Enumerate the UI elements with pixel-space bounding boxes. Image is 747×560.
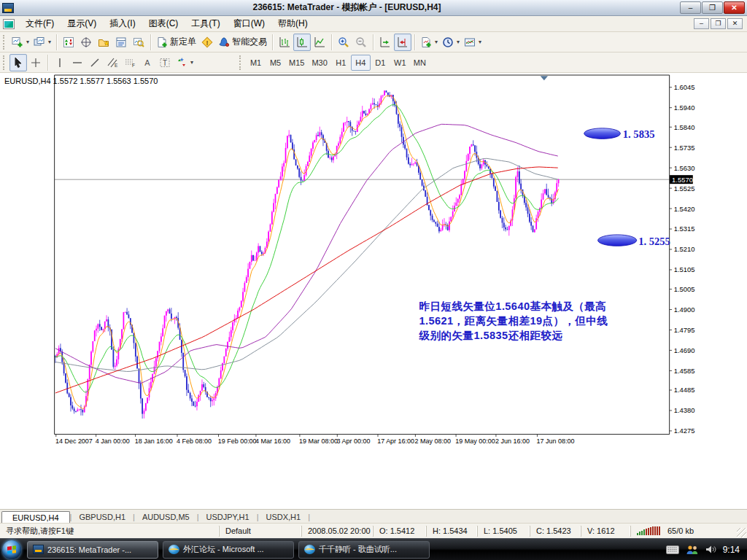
- price-chart[interactable]: 1.60451.59401.58401.57351.56301.55251.54…: [0, 73, 747, 509]
- timeframe-button-m30[interactable]: M30: [308, 55, 330, 71]
- timeframe-button-m15[interactable]: M15: [285, 55, 308, 71]
- strategy-tester-button[interactable]: [130, 34, 147, 51]
- profiles-button[interactable]: ▾: [31, 34, 53, 51]
- svg-text:E: E: [115, 63, 118, 68]
- target-price-label-1[interactable]: 1. 5835: [623, 128, 655, 140]
- indicators-button[interactable]: ▾: [418, 34, 440, 51]
- vertical-line-button[interactable]: [51, 54, 69, 71]
- timeframe-button-m1[interactable]: M1: [246, 55, 266, 71]
- ma-slow-purple: [55, 124, 558, 383]
- fibonacci-button[interactable]: F: [121, 54, 139, 71]
- market-watch-button[interactable]: [60, 34, 77, 51]
- mdi-close-button[interactable]: ✕: [727, 18, 743, 29]
- menu-item-file[interactable]: 文件(F): [19, 15, 61, 32]
- toolbar-grip[interactable]: [3, 35, 7, 50]
- chart-tab-eurusd-h4[interactable]: EURUSD,H4: [1, 511, 70, 524]
- taskbar-button-3[interactable]: 千千静听 - 歌曲试听...: [298, 541, 430, 559]
- toolbar-separator: [56, 34, 57, 50]
- status-profile[interactable]: Default: [219, 526, 301, 537]
- line-chart-button[interactable]: [311, 34, 328, 51]
- data-window-button[interactable]: [77, 34, 95, 51]
- chart-tab-usdjpy-h1[interactable]: USDJPY,H1: [199, 511, 257, 523]
- price-axis[interactable]: 1.60451.59401.58401.57351.56301.55251.54…: [670, 83, 695, 435]
- time-axis[interactable]: 14 Dec 20074 Jan 00:0018 Jan 16:004 Feb …: [55, 435, 575, 445]
- menu-item-charts[interactable]: 图表(C): [142, 15, 185, 32]
- taskbar-button-2[interactable]: 外汇论坛 - Microsoft ...: [163, 541, 294, 559]
- cursor-button[interactable]: [9, 54, 27, 71]
- menu-item-tools[interactable]: 工具(T): [185, 15, 226, 32]
- maximize-button[interactable]: ❐: [702, 1, 723, 14]
- chart-tab-usdx-h1[interactable]: USDX,H1: [259, 511, 309, 523]
- close-button[interactable]: ✕: [724, 1, 745, 14]
- templates-button[interactable]: ▾: [462, 34, 484, 51]
- resize-grip[interactable]: [737, 528, 746, 537]
- svg-text:F: F: [132, 63, 135, 68]
- timeframe-button-d1[interactable]: D1: [371, 55, 390, 71]
- timeframe-button-mn[interactable]: MN: [410, 55, 430, 71]
- toolbar-separator: [150, 34, 151, 50]
- horizontal-line-button[interactable]: [69, 54, 86, 71]
- trendline-button[interactable]: [86, 54, 104, 71]
- zoom-in-button[interactable]: [335, 34, 352, 51]
- mdi-minimize-button[interactable]: –: [694, 18, 709, 29]
- toolbar-separator: [331, 34, 332, 50]
- svg-text:1.5525: 1.5525: [674, 184, 695, 192]
- new-order-icon: [156, 36, 168, 48]
- line-studies-toolbar: E F A T ▾ M1M5M15M: [0, 52, 747, 73]
- target-ellipse-2[interactable]: [598, 235, 637, 246]
- system-tray: 9:14: [666, 545, 747, 555]
- timeframe-button-h4[interactable]: H4: [351, 55, 371, 71]
- messenger-tray-icon[interactable]: [686, 545, 699, 555]
- start-button[interactable]: [2, 540, 21, 559]
- new-chart-button[interactable]: ▾: [9, 34, 31, 51]
- chart-shift-marker[interactable]: [541, 76, 548, 80]
- target-price-label-2[interactable]: 1. 5255: [638, 236, 670, 247]
- dropdown-arrow-icon: ▾: [435, 39, 438, 45]
- crosshair-button[interactable]: [27, 54, 44, 71]
- timeframe-button-h1[interactable]: H1: [331, 55, 351, 71]
- menu-item-insert[interactable]: 插入(I): [103, 15, 142, 32]
- timeframe-button-w1[interactable]: W1: [390, 55, 410, 71]
- status-bar-time: 2008.05.02 20:00: [301, 526, 373, 537]
- metaeditor-button[interactable]: !: [198, 34, 216, 51]
- svg-text:T: T: [163, 59, 167, 67]
- mdi-restore-button[interactable]: ❐: [711, 18, 726, 29]
- text-icon: A: [142, 57, 153, 69]
- chart-tab-gbpusd-h1[interactable]: GBPUSD,H1: [71, 511, 133, 523]
- periods-button[interactable]: ▾: [440, 34, 462, 51]
- connection-bars-icon: [637, 526, 660, 535]
- arrows-button[interactable]: ▾: [174, 54, 196, 71]
- zoom-out-button[interactable]: [352, 34, 370, 51]
- auto-scroll-button[interactable]: [376, 34, 394, 51]
- chart-shift-button[interactable]: [394, 34, 411, 51]
- menu-item-help[interactable]: 帮助(H): [271, 15, 314, 32]
- new-order-button[interactable]: 新定单: [154, 34, 198, 51]
- timeframe-button-m5[interactable]: M5: [266, 55, 285, 71]
- crosshair-icon: [30, 57, 42, 69]
- terminal-button[interactable]: [112, 34, 130, 51]
- target-ellipse-1[interactable]: [584, 128, 621, 139]
- candlestick-chart-button[interactable]: [293, 34, 311, 51]
- minimize-button[interactable]: –: [680, 1, 701, 14]
- volume-tray-icon[interactable]: [705, 545, 716, 554]
- taskbar-clock[interactable]: 9:14: [723, 545, 740, 555]
- chart-system-menu-icon[interactable]: [3, 19, 15, 29]
- text-label-button[interactable]: T: [156, 54, 174, 71]
- bar-chart-button[interactable]: [276, 34, 293, 51]
- menu-item-window[interactable]: 窗口(W): [227, 15, 271, 32]
- menu-item-view[interactable]: 显示(V): [61, 15, 103, 32]
- expert-advisors-button[interactable]: 智能交易: [216, 34, 269, 51]
- keyboard-tray-icon[interactable]: [666, 545, 679, 554]
- text-button[interactable]: A: [139, 54, 156, 71]
- navigator-button[interactable]: [95, 34, 112, 51]
- chart-annotation-note[interactable]: 昨日短线矢量位1.5640基本触及（最高1.5621，距离矢量相差19点），但中…: [419, 300, 608, 341]
- svg-text:1.5420: 1.5420: [674, 205, 695, 213]
- taskbar-button-1[interactable]: 236615: MetaTrader -...: [27, 541, 158, 559]
- toolbar-grip[interactable]: [3, 55, 7, 70]
- toolbar-grip[interactable]: [239, 55, 243, 70]
- svg-text:18 Jan 16:00: 18 Jan 16:00: [135, 438, 173, 445]
- zoom-in-icon: [338, 36, 349, 48]
- status-volume: V: 1612: [581, 526, 630, 537]
- equidistant-channel-button[interactable]: E: [104, 54, 121, 71]
- chart-tab-audusd-m5[interactable]: AUDUSD,M5: [135, 511, 197, 523]
